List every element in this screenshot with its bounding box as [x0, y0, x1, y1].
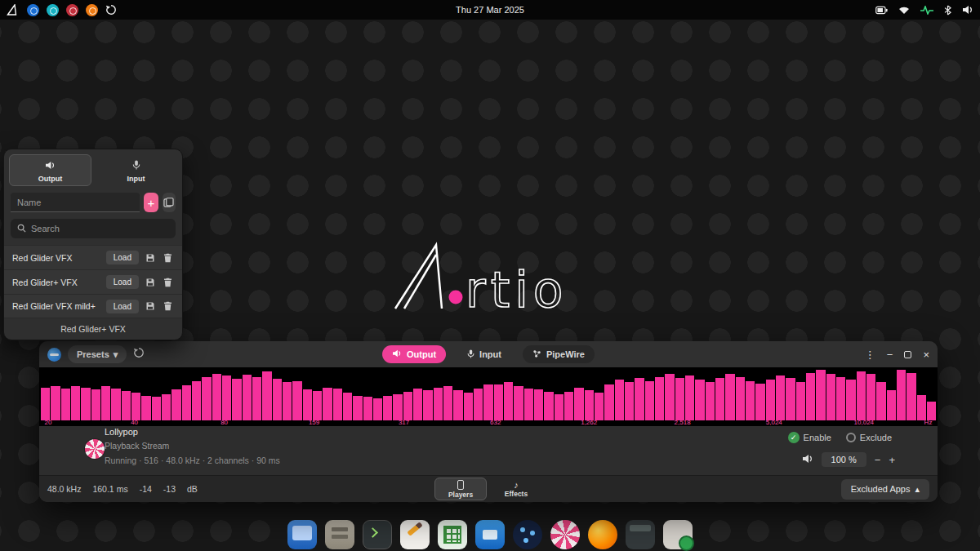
stat-level-right: -13	[163, 484, 176, 494]
footer-tab-effects[interactable]: ♪ Effects	[490, 478, 542, 500]
preset-name: Red Glider VFX mild+	[12, 301, 101, 311]
preset-row: Red Glider VFX mild+Load	[4, 294, 182, 318]
spectrum-bar	[725, 374, 734, 420]
spectrum-bar	[81, 388, 90, 420]
bluetooth-icon[interactable]	[944, 5, 951, 16]
preset-name-input[interactable]	[11, 193, 140, 212]
spectrum-bar	[866, 374, 875, 420]
preset-load-button[interactable]: Load	[106, 300, 139, 313]
preset-delete-icon[interactable]	[162, 251, 174, 264]
dock-icon-pipewire-graph[interactable]	[513, 520, 542, 549]
tab-pipewire[interactable]: PipeWire	[523, 345, 595, 363]
dock-icon-calculator[interactable]	[438, 520, 467, 549]
search-input[interactable]	[31, 224, 169, 233]
app-launcher-teal-icon[interactable]	[47, 4, 59, 16]
preset-save-icon[interactable]	[144, 276, 157, 289]
refresh-icon[interactable]	[133, 347, 145, 362]
volume-icon[interactable]	[962, 5, 973, 15]
music-note-icon: ♪	[514, 481, 519, 489]
spectrum-bar	[393, 394, 402, 421]
popover-tab-input[interactable]: Input	[95, 154, 177, 186]
search-icon	[17, 221, 26, 236]
popover-tab-output[interactable]: Output	[9, 154, 91, 186]
network-activity-icon[interactable]	[920, 6, 933, 15]
spectrum-bar	[806, 373, 815, 421]
logo-pink-dot	[449, 291, 463, 304]
excluded-apps-button[interactable]: Excluded Apps ▴	[841, 479, 929, 500]
spectrum-bars	[41, 367, 936, 420]
dock-icon-lollypop[interactable]	[550, 520, 580, 549]
dock-icon-archive-manager[interactable]	[325, 520, 354, 549]
preset-load-button[interactable]: Load	[106, 275, 139, 289]
import-preset-button[interactable]	[163, 193, 176, 212]
presets-button-label: Presets	[77, 349, 109, 359]
dock-icon-terminal[interactable]	[363, 520, 392, 549]
preset-row: Red Glider VFXLoad	[4, 245, 182, 269]
volume-value[interactable]: 100 %	[822, 452, 866, 467]
spectrum-bar	[373, 398, 382, 420]
wifi-icon[interactable]	[898, 6, 910, 15]
spectrum-bar	[152, 397, 161, 420]
spectrum-bar	[101, 386, 110, 420]
tab-output[interactable]: Output	[382, 345, 446, 363]
spectrum-bar	[715, 378, 724, 420]
app-launcher-orange-icon[interactable]	[86, 4, 98, 16]
dock-icon-files[interactable]	[475, 520, 505, 549]
footer-tab-players[interactable]: Players	[434, 478, 487, 500]
popover-tab-input-label: Input	[127, 175, 145, 183]
preset-save-icon[interactable]	[144, 251, 157, 264]
artio-wallpaper-logo: rtio	[390, 238, 586, 317]
header-bar: Presets ▾ Output Input	[39, 341, 938, 367]
spectrum-bar	[443, 386, 452, 420]
add-preset-button[interactable]: +	[144, 193, 158, 212]
exclude-radio[interactable]: Exclude	[846, 433, 892, 442]
minimize-button[interactable]: −	[887, 349, 893, 360]
menu-kebab-icon[interactable]: ⋮	[865, 349, 875, 360]
spectrum-bar	[906, 373, 915, 421]
spectrum-bar	[232, 379, 241, 420]
spectrum-bar	[243, 375, 252, 420]
preset-save-icon[interactable]	[144, 300, 157, 313]
dock-icon-console[interactable]	[626, 520, 655, 549]
volume-increase-button[interactable]: +	[889, 454, 895, 466]
enable-checkbox[interactable]: ✓ Enable	[788, 432, 831, 443]
spectrum-bar	[595, 393, 604, 420]
dock-icon-boxes[interactable]	[663, 520, 693, 549]
artio-logo-icon[interactable]	[7, 4, 20, 16]
spectrum-bar	[61, 389, 70, 420]
spectrum-bar	[212, 374, 221, 420]
close-button[interactable]: ×	[923, 349, 929, 360]
tab-input[interactable]: Input	[457, 345, 511, 363]
spectrum-bar	[504, 382, 513, 420]
preset-load-button[interactable]: Load	[106, 251, 139, 264]
spectrum-bar	[494, 384, 503, 420]
maximize-button[interactable]	[904, 351, 911, 358]
preset-delete-icon[interactable]	[162, 276, 174, 289]
spectrum-bar	[474, 389, 483, 420]
dock-icon-firefox[interactable]	[588, 520, 617, 549]
pipewire-icon	[532, 349, 541, 360]
lollypop-app-icon	[85, 439, 105, 459]
battery-icon[interactable]	[875, 6, 888, 15]
spectrum-bar	[625, 382, 634, 420]
app-launcher-blue-icon[interactable]	[27, 4, 39, 16]
spectrum-bar	[343, 393, 352, 420]
dock-icon-text-editor[interactable]	[400, 520, 430, 549]
dock-icon-remote-viewer[interactable]	[287, 520, 317, 549]
history-icon[interactable]	[105, 4, 117, 16]
clock-date[interactable]: Thu 27 Mar 2025	[456, 5, 524, 15]
preset-row: Red Glider+ VFXLoad	[4, 269, 182, 294]
app-launcher-red-icon[interactable]	[66, 4, 78, 16]
preset-search[interactable]	[11, 219, 176, 238]
volume-decrease-button[interactable]: −	[875, 454, 881, 466]
spectrum-bar	[514, 386, 523, 420]
spectrum-bar	[574, 388, 583, 420]
tab-output-label: Output	[407, 349, 436, 359]
spectrum-bar	[685, 375, 694, 420]
spectrum-bar	[292, 381, 301, 420]
spectrum-bar	[755, 384, 764, 421]
preset-delete-icon[interactable]	[162, 300, 174, 313]
presets-button[interactable]: Presets ▾	[68, 345, 127, 363]
radio-icon	[846, 433, 856, 442]
freq-label: 20	[45, 419, 52, 426]
